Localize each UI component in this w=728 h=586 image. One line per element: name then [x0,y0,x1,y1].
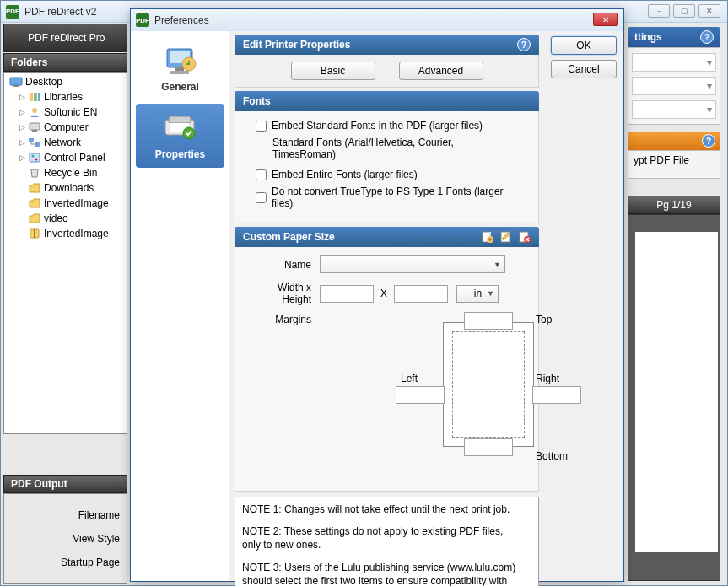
chevron-down-icon: ▼ [493,261,501,269]
edit-paper-icon[interactable] [499,230,512,244]
svg-rect-4 [38,93,40,101]
svg-rect-2 [30,93,33,101]
security-header: ? [628,132,720,150]
properties-icon [160,111,201,147]
tree-item-recycle[interactable]: Recycle Bin [6,165,125,180]
tree-item-softonic[interactable]: ▷Softonic EN [6,105,125,120]
folder-icon [28,197,41,209]
right-label: Right [536,373,559,384]
dialog-title: Preferences [154,14,209,26]
computer-icon [28,121,41,133]
folders-tree[interactable]: Desktop ▷Libraries ▷Softonic EN ▷Compute… [3,72,127,434]
width-input[interactable] [320,285,374,303]
expand-icon[interactable]: ▷ [19,93,28,101]
expand-icon[interactable]: ▷ [19,108,28,116]
libraries-icon [28,91,41,103]
recycle-bin-icon [28,167,41,179]
svg-rect-19 [170,71,189,74]
tree-item-libraries[interactable]: ▷Libraries [6,89,125,105]
preview-header: Pg 1/19 [628,196,720,214]
close-button[interactable]: ✕ [698,4,720,18]
paper-name-combo[interactable]: ▼ [320,255,505,273]
advanced-button[interactable]: Advanced [399,62,483,80]
embed-entire-checkbox[interactable] [256,169,267,180]
basic-button[interactable]: Basic [291,62,375,80]
settings-combo-3[interactable]: ▾ [632,100,716,119]
svg-rect-13 [30,169,39,170]
fonts-body: Embed Standard Fonts in the PDF (larger … [235,111,539,223]
cancel-button[interactable]: Cancel [551,60,617,78]
ok-button[interactable]: OK [551,36,617,55]
svg-rect-1 [13,85,19,87]
svg-rect-18 [175,67,184,71]
help-icon[interactable]: ? [517,38,531,51]
tree-item-network[interactable]: ▷Network [6,135,125,150]
app-icon: PDF [136,13,149,27]
network-icon [28,137,41,148]
tree-item-controlpanel[interactable]: ▷Control Panel [6,150,125,165]
preview-page [635,232,718,552]
filename-label: Filename [11,509,120,521]
sidebar-item-general[interactable]: General [136,36,224,100]
left-label: Left [401,373,418,384]
embed-std-checkbox[interactable] [256,121,267,132]
name-label: Name [247,259,320,271]
left-margin-input[interactable] [396,386,445,404]
no-convert-row: Do not convert TrueType to PS Type 1 Fon… [256,185,518,209]
page-outline [443,322,534,447]
tree-item-inverted1[interactable]: InvertedImage [6,196,125,211]
settings-combo-2[interactable]: ▾ [632,77,716,95]
unit-combo[interactable]: in▼ [456,285,499,303]
control-panel-icon [28,152,41,164]
settings-combo-1[interactable]: ▾ [632,53,716,72]
top-margin-input[interactable] [464,312,513,330]
general-icon [160,44,201,79]
tree-root[interactable]: Desktop [6,74,125,89]
dialog-close-button[interactable]: ✕ [593,13,618,26]
expand-icon[interactable]: ▷ [19,138,28,147]
user-icon [28,106,41,118]
preview-body[interactable] [628,214,720,581]
notes-textarea[interactable]: NOTE 1: Changes will not take effect unt… [235,497,539,586]
svg-rect-10 [30,153,40,162]
bottom-margin-input[interactable] [464,438,513,456]
help-icon[interactable]: ? [702,134,715,148]
expand-icon[interactable]: ▷ [19,123,28,132]
viewstyle-label: View Style [11,533,120,545]
tree-item-video[interactable]: video [6,211,125,226]
svg-rect-3 [34,93,37,101]
help-icon[interactable]: ? [700,30,714,44]
minimize-button[interactable]: － [648,4,670,18]
sidebar-item-properties[interactable]: Properties [136,104,224,168]
maximize-button[interactable]: ▢ [673,4,695,18]
delete-paper-icon[interactable] [517,230,531,244]
embed-entire-row: Embed Entire Fonts (larger files) [256,169,518,180]
encrypt-label: ypt PDF File [634,154,689,166]
dialog-titlebar: PDF Preferences ✕ [131,9,623,31]
height-input[interactable] [394,285,448,303]
expand-icon[interactable]: ▷ [19,153,28,162]
right-margin-input[interactable] [532,386,581,404]
dialog-main: Edit Printer Properties ? Basic Advanced… [229,31,544,581]
tree-item-downloads[interactable]: Downloads [6,180,125,196]
new-paper-icon[interactable] [480,230,493,244]
note-3: NOTE 3: Users of the Lulu publishing ser… [242,561,523,586]
folders-header: Folders [3,53,127,72]
note-1: NOTE 1: Changes will not take effect unt… [242,503,523,516]
desktop-icon [9,76,23,88]
tree-item-inverted2[interactable]: InvertedImage [6,226,125,241]
pro-label: PDF reDirect Pro [3,24,127,52]
paper-body: Name ▼ Width x Height X in▼ Margins Top [235,247,539,492]
tree-item-computer[interactable]: ▷Computer [6,120,125,135]
zip-icon [28,228,41,239]
folder-icon [28,182,41,194]
dialog-button-column: OK Cancel [544,31,623,581]
preferences-dialog: PDF Preferences ✕ General Properties Edi… [130,8,624,582]
svg-point-12 [35,159,38,161]
no-convert-checkbox[interactable] [256,192,267,203]
settings-panel: ▾ ▾ ▾ [628,47,720,125]
bottom-label: Bottom [536,450,568,462]
dialog-sidebar: General Properties [131,31,229,581]
paper-header: Custom Paper Size [235,227,539,247]
margins-label: Margins [247,314,320,325]
